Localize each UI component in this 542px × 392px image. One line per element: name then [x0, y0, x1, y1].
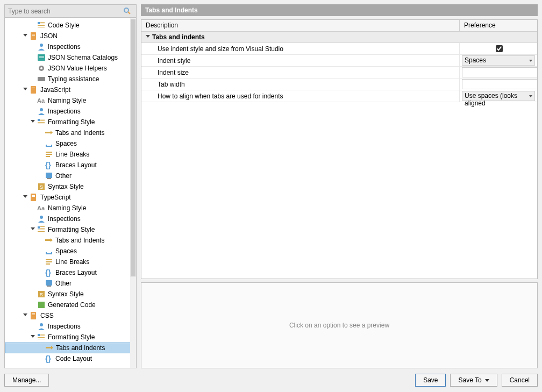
collapse-icon[interactable] — [145, 34, 151, 40]
search-icon[interactable] — [123, 7, 132, 16]
tree-item-ts-gen[interactable]: Generated Code — [5, 300, 136, 310]
keyboard-icon — [37, 75, 46, 83]
row-indent-style[interactable]: Indent style Spaces — [141, 55, 537, 67]
scrollbar-thumb[interactable] — [130, 19, 136, 277]
checkbox-use-vs-indent[interactable] — [496, 45, 503, 52]
braces-icon — [45, 161, 53, 169]
formatting-icon — [37, 118, 46, 126]
tree-item-typing-assist[interactable]: Typing assistance — [5, 74, 136, 84]
js-icon — [30, 85, 38, 94]
tree-item-json-inspections[interactable]: Inspections — [5, 41, 136, 52]
grid-header: Description Preference — [141, 20, 537, 32]
tree-item-js-inspections[interactable]: Inspections — [5, 106, 136, 117]
tree-item-typescript[interactable]: TypeScript — [5, 192, 136, 203]
tree-item-ts-inspections[interactable]: Inspections — [5, 213, 136, 224]
tree-item-css-formatting[interactable]: Formatting Style — [5, 332, 136, 343]
other-icon — [45, 279, 53, 288]
syntax-icon — [37, 182, 46, 191]
json-icon — [30, 32, 38, 40]
settings-tree[interactable]: Code Style JSON Inspections JSON Schema … — [5, 18, 136, 368]
file-icon — [37, 21, 46, 30]
inspections-icon — [37, 107, 46, 116]
tabs-icon — [45, 236, 53, 245]
tree-item-json[interactable]: JSON — [5, 31, 136, 41]
save-to-button[interactable]: Save To — [450, 374, 497, 387]
tree-item-ts-spaces[interactable]: Spaces — [5, 246, 136, 256]
preview-placeholder: Click on an option to see a preview — [289, 322, 389, 329]
braces-icon — [45, 268, 53, 277]
tree-item-js-braces[interactable]: Braces Layout — [5, 160, 136, 170]
combo-indent-style[interactable]: Spaces — [462, 55, 535, 66]
expand-icon[interactable] — [22, 33, 28, 39]
tree-item-ts-linebreaks[interactable]: Line Breaks — [5, 256, 136, 267]
tree-item-ts-braces[interactable]: Braces Layout — [5, 267, 136, 278]
tree-item-json-schema[interactable]: JSON Schema Catalogs — [5, 52, 136, 63]
expand-icon[interactable] — [22, 87, 28, 93]
row-tab-width[interactable]: Tab width ▲▼ — [141, 79, 537, 90]
sidebar: Code Style JSON Inspections JSON Schema … — [4, 4, 137, 368]
group-tabs-indents[interactable]: Tabs and indents — [141, 32, 537, 43]
col-preference[interactable]: Preference — [460, 20, 537, 31]
naming-icon — [37, 96, 46, 105]
tree-item-ts-naming[interactable]: Naming Style — [5, 203, 136, 213]
row-use-vs-indent[interactable]: Use indent style and size from Visual St… — [141, 43, 537, 55]
braces-icon — [45, 354, 53, 363]
expand-icon[interactable] — [22, 312, 28, 319]
chevron-down-icon — [485, 379, 489, 382]
tree-item-css[interactable]: CSS — [5, 310, 136, 321]
css-icon — [30, 311, 38, 320]
ts-icon — [30, 193, 38, 202]
tree-item-js-tabs[interactable]: Tabs and Indents — [5, 127, 136, 138]
expand-icon[interactable] — [30, 226, 36, 233]
inspections-icon — [37, 42, 46, 51]
lines-icon — [45, 258, 53, 266]
other-icon — [45, 172, 53, 180]
tree-item-css-code-layout[interactable]: Code Layout — [5, 353, 136, 364]
syntax-icon — [37, 290, 46, 298]
tree-item-js-naming[interactable]: Naming Style — [5, 95, 136, 106]
row-indent-size[interactable]: Indent size ▲▼ — [141, 67, 537, 79]
spinner-tab-width[interactable] — [462, 79, 537, 89]
spaces-icon — [45, 247, 53, 255]
search-box — [5, 5, 136, 18]
combo-align-tabs[interactable]: Use spaces (looks aligned — [462, 91, 535, 101]
expand-icon[interactable] — [30, 119, 36, 125]
formatting-icon — [37, 333, 46, 341]
catalog-icon — [37, 53, 46, 62]
manage-button[interactable]: Manage... — [4, 374, 49, 387]
right-panel: Tabs and Indents Description Preference … — [141, 4, 538, 368]
tree-item-ts-other[interactable]: Other — [5, 278, 136, 289]
tree-scrollbar[interactable] — [130, 18, 136, 368]
row-align-tabs[interactable]: How to align when tabs are used for inde… — [141, 90, 537, 102]
tree-item-ts-tabs[interactable]: Tabs and Indents — [5, 235, 136, 246]
spaces-icon — [45, 139, 53, 148]
tree-item-javascript[interactable]: JavaScript — [5, 84, 136, 95]
tree-item-code-style[interactable]: Code Style — [5, 20, 136, 31]
tree-item-css-tabs[interactable]: Tabs and Indents — [5, 343, 136, 353]
inspections-icon — [37, 215, 46, 223]
preview-panel: Click on an option to see a preview — [141, 282, 538, 368]
tabs-icon — [45, 129, 53, 137]
expand-icon[interactable] — [22, 194, 28, 201]
tree-item-js-spaces[interactable]: Spaces — [5, 138, 136, 149]
tree-item-js-syntax[interactable]: Syntax Style — [5, 181, 136, 192]
bottom-bar: Manage... Save Save To Cancel — [4, 373, 538, 388]
tree-item-js-other[interactable]: Other — [5, 170, 136, 181]
search-input[interactable] — [7, 6, 123, 16]
generated-icon — [37, 301, 46, 309]
spinner-indent-size[interactable] — [462, 67, 537, 77]
tree-item-ts-syntax[interactable]: Syntax Style — [5, 289, 136, 300]
tree-item-js-linebreaks[interactable]: Line Breaks — [5, 149, 136, 160]
gear-icon — [37, 64, 46, 73]
cancel-button[interactable]: Cancel — [502, 374, 538, 387]
panel-title: Tabs and Indents — [141, 4, 538, 16]
naming-icon — [37, 204, 46, 212]
tree-item-ts-formatting[interactable]: Formatting Style — [5, 224, 136, 235]
col-description[interactable]: Description — [141, 20, 460, 31]
tree-item-js-formatting[interactable]: Formatting Style — [5, 117, 136, 127]
expand-icon[interactable] — [30, 334, 36, 340]
tree-item-json-helpers[interactable]: JSON Value Helpers — [5, 63, 136, 74]
save-button[interactable]: Save — [415, 374, 446, 387]
tree-item-css-inspections[interactable]: Inspections — [5, 321, 136, 332]
tabs-icon — [45, 344, 54, 352]
